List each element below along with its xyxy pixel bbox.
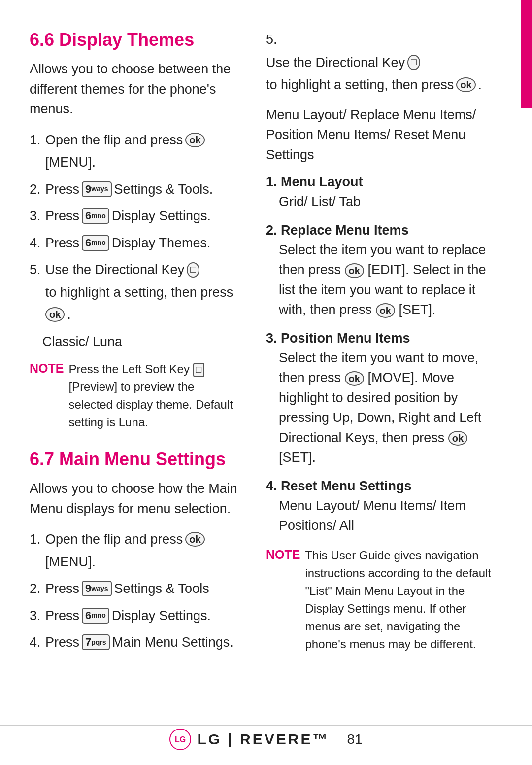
footer-page-number: 81 xyxy=(347,731,362,747)
ok-key-icon-2: ok xyxy=(45,307,65,322)
ok-key-icon-7: ok xyxy=(345,371,364,386)
9ways-key-icon: 9ways xyxy=(82,181,112,197)
note-text-right: This User Guide gives navigation instruc… xyxy=(305,547,502,653)
footer-divider xyxy=(0,725,532,726)
svg-text:LG: LG xyxy=(175,735,186,744)
s67-step-4: 4. Press 7pqrs Main Menu Settings. xyxy=(30,632,241,653)
ok-key-icon: ok xyxy=(185,133,204,147)
step-2-num: 2. xyxy=(30,179,42,200)
step-4-num: 4. xyxy=(30,233,42,253)
s67-step-1: 1. Open the flip and press ok [MENU]. xyxy=(30,529,241,572)
step-3: 3. Press 6mno Display Settings. xyxy=(30,206,241,226)
s67-step-3: 3. Press 6mno Display Settings. xyxy=(30,606,241,626)
s67-step-1-content: Open the flip and press ok [MENU]. xyxy=(45,529,241,572)
step-3-num: 3. xyxy=(30,206,42,226)
6mno-key-icon-3: 6mno xyxy=(82,608,109,624)
note-label-1: NOTE xyxy=(30,360,64,431)
step-4: 4. Press 6mno Display Themes. xyxy=(30,233,241,253)
note-label-right: NOTE xyxy=(266,547,300,653)
section-66-intro: Allows you to choose between the differe… xyxy=(30,59,241,119)
step-5: 5. Use the Directional Key □ to highligh… xyxy=(30,260,241,325)
ok-key-icon-5: ok xyxy=(345,263,364,278)
ok-key-icon-8: ok xyxy=(448,431,467,446)
page-container: 6.6 Display Themes Allows you to choose … xyxy=(0,0,532,765)
footer-logo: LG LG | REVERE™ xyxy=(169,729,329,750)
sub-item-2-header: 2. Replace Menu Items xyxy=(266,223,502,238)
sub-item-2: 2. Replace Menu Items Select the item yo… xyxy=(266,223,502,320)
step-2-content: Press 9ways Settings & Tools. xyxy=(45,179,241,200)
step-5-num: 5. xyxy=(30,260,42,280)
lg-logo-icon: LG xyxy=(169,729,191,750)
step-5-content: Use the Directional Key □ to highlight a… xyxy=(45,260,241,325)
section-67-intro: Allows you to choose how the Main Menu d… xyxy=(30,479,241,519)
s67-step-3-num: 3. xyxy=(30,606,42,626)
footer: LG LG | REVERE™ 81 xyxy=(0,729,532,750)
s67-step-1-num: 1. xyxy=(30,529,42,550)
step-3-content: Press 6mno Display Settings. xyxy=(45,206,241,226)
7pqrs-key-icon: 7pqrs xyxy=(82,634,110,650)
submenu-header: Menu Layout/ Replace Menu Items/ Positio… xyxy=(266,105,502,165)
step-1: 1. Open the flip and press ok [MENU]. xyxy=(30,130,241,173)
s67-step-4-num: 4. xyxy=(30,632,42,653)
sub-item-1-header: 1. Menu Layout xyxy=(266,174,502,190)
s67-step-2-content: Press 9ways Settings & Tools xyxy=(45,579,241,599)
9ways-key-icon-2: 9ways xyxy=(82,581,112,596)
sub-item-3-header: 3. Position Menu Items xyxy=(266,331,502,346)
ok-key-icon-6: ok xyxy=(376,303,395,318)
step-2: 2. Press 9ways Settings & Tools. xyxy=(30,179,241,200)
step-1-content: Open the flip and press ok [MENU]. xyxy=(45,130,241,173)
note-text-1: Press the Left Soft Key □ [Preview] to p… xyxy=(68,360,241,431)
step-4-content: Press 6mno Display Themes. xyxy=(45,233,241,253)
note-block-1: NOTE Press the Left Soft Key □ [Preview]… xyxy=(30,360,241,431)
s67-step-2: 2. Press 9ways Settings & Tools xyxy=(30,579,241,599)
sub-item-2-body: Select the item you want to replace then… xyxy=(266,240,502,320)
sub-numbered-list: 1. Menu Layout Grid/ List/ Tab 2. Replac… xyxy=(266,174,502,536)
section-67-title: 6.7 Main Menu Settings xyxy=(30,449,241,470)
ok-key-icon-4: ok xyxy=(456,77,475,92)
ok-key-icon-3: ok xyxy=(185,532,204,547)
section-66-title: 6.6 Display Themes xyxy=(30,30,241,50)
6mno-key-icon-2: 6mno xyxy=(82,235,109,251)
sub-item-3: 3. Position Menu Items Select the item y… xyxy=(266,331,502,468)
s67-step-4-content: Press 7pqrs Main Menu Settings. xyxy=(45,632,241,653)
classic-luna-text: Classic/ Luna xyxy=(42,332,241,352)
magenta-bar xyxy=(521,0,532,108)
two-col-layout: 6.6 Display Themes Allows you to choose … xyxy=(30,30,502,660)
sub-item-4-body: Menu Layout/ Menu Items/ Item Positions/… xyxy=(266,496,502,536)
s67-step-2-num: 2. xyxy=(30,579,42,599)
soft-key-icon: □ xyxy=(193,363,204,377)
section-66-steps: 1. Open the flip and press ok [MENU]. 2.… xyxy=(30,130,241,325)
footer-brand-text: LG | REVERE™ xyxy=(197,731,329,748)
6mno-key-icon-1: 6mno xyxy=(82,208,109,224)
note-block-right: NOTE This User Guide gives navigation in… xyxy=(266,547,502,653)
step-1-num: 1. xyxy=(30,130,42,150)
s67-step-3-content: Press 6mno Display Settings. xyxy=(45,606,241,626)
dir-key-icon-1: □ xyxy=(187,262,199,278)
sub-item-1: 1. Menu Layout Grid/ List/ Tab xyxy=(266,174,502,212)
right-step-5-num: 5. xyxy=(266,30,277,50)
dir-key-icon-2: □ xyxy=(407,55,420,70)
section-67-steps: 1. Open the flip and press ok [MENU]. 2.… xyxy=(30,529,241,653)
sub-item-4-header: 4. Reset Menu Settings xyxy=(266,479,502,494)
right-column: 5. Use the Directional Key □ to highligh… xyxy=(266,30,502,660)
sub-item-4: 4. Reset Menu Settings Menu Layout/ Menu… xyxy=(266,479,502,536)
right-step-5: 5. Use the Directional Key □ to highligh… xyxy=(266,30,502,95)
left-column: 6.6 Display Themes Allows you to choose … xyxy=(30,30,241,660)
right-step-5-content: Use the Directional Key □ to highlight a… xyxy=(266,53,502,95)
sub-item-1-body: Grid/ List/ Tab xyxy=(266,192,502,212)
sub-item-3-body: Select the item you want to move, then p… xyxy=(266,348,502,468)
